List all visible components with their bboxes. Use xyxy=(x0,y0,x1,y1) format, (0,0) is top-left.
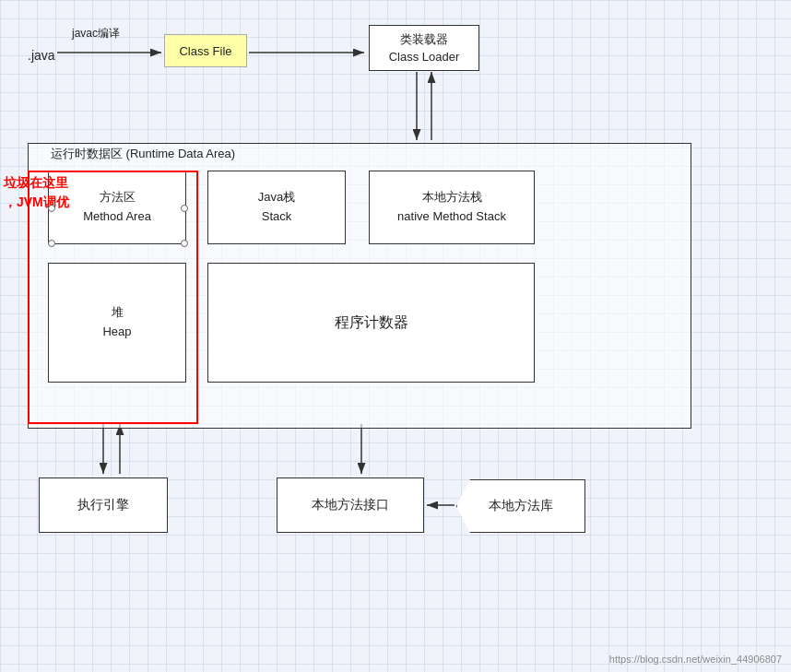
java-source-label: .java xyxy=(28,48,55,63)
circle-tl xyxy=(48,205,55,212)
circle-tr xyxy=(181,205,188,212)
class-file-box: Class File xyxy=(164,34,247,67)
watermark: https://blog.csdn.net/weixin_44906807 xyxy=(609,654,782,665)
runtime-label: 运行时数据区 (Runtime Data Area) xyxy=(51,146,235,162)
exec-engine-box: 执行引擎 xyxy=(39,477,168,533)
circle-br xyxy=(181,240,188,247)
counter-box: 程序计数器 xyxy=(207,263,535,383)
java-stack-box: Java栈 Stack xyxy=(207,171,346,244)
garbage-label: 垃圾在这里 ，JVM调优 xyxy=(4,173,69,212)
native-lib-box: 本地方法库 xyxy=(456,479,585,533)
circle-bl xyxy=(48,240,55,247)
diagram-container: .java javac编译 Class File 类装载器 Class Load… xyxy=(0,0,791,672)
javac-label: javac编译 xyxy=(72,26,120,41)
native-interface-box: 本地方法接口 xyxy=(277,477,424,533)
classloader-box: 类装载器 Class Loader xyxy=(369,25,479,71)
native-stack-box: 本地方法栈 native Method Stack xyxy=(369,171,535,244)
